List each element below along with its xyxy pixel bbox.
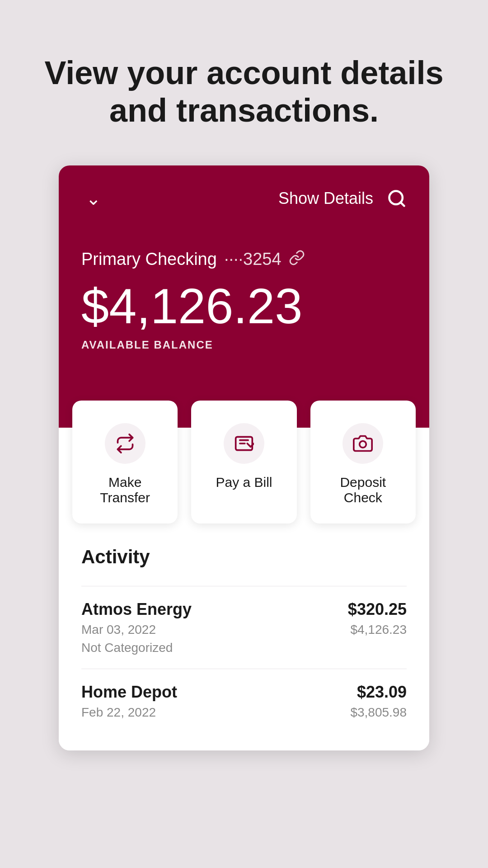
make-transfer-label: Make Transfer — [86, 475, 164, 505]
camera-icon — [353, 434, 373, 453]
deposit-check-icon-circle — [343, 423, 383, 464]
activity-section: Activity Atmos Energy Mar 03, 2022 Not C… — [59, 524, 429, 750]
account-number: ····3254 — [224, 250, 282, 269]
transaction-date: Feb 22, 2022 — [81, 705, 177, 720]
deposit-check-button[interactable]: Deposit Check — [310, 401, 416, 524]
transaction-amount: $320.25 — [348, 600, 407, 619]
header-right-controls: Show Details — [278, 189, 407, 208]
transaction-amount: $23.09 — [357, 683, 407, 702]
transaction-right: $23.09 $3,805.98 — [350, 683, 407, 720]
svg-line-1 — [401, 202, 404, 206]
transaction-date: Mar 03, 2022 — [81, 623, 192, 637]
link-icon — [289, 250, 305, 269]
chevron-down-icon: ⌄ — [86, 188, 101, 209]
action-buttons-row: Make Transfer Pay a Bill — [59, 401, 429, 524]
account-name-row: Primary Checking ····3254 — [81, 250, 407, 269]
account-header: ⌄ Show Details Primary Checking ····3254 — [59, 165, 429, 428]
header-controls: ⌄ Show Details — [81, 184, 407, 213]
transaction-left: Atmos Energy Mar 03, 2022 Not Categorize… — [81, 600, 192, 655]
transaction-item[interactable]: Atmos Energy Mar 03, 2022 Not Categorize… — [81, 586, 407, 669]
show-details-button[interactable]: Show Details — [278, 189, 373, 208]
pay-bill-label: Pay a Bill — [216, 475, 272, 490]
pay-bill-button[interactable]: Pay a Bill — [191, 401, 296, 524]
search-icon — [387, 189, 407, 208]
account-switcher-button[interactable]: ⌄ — [81, 184, 106, 213]
search-button[interactable] — [387, 189, 407, 208]
balance-amount: $4,126.23 — [81, 278, 407, 333]
transaction-merchant: Home Depot — [81, 683, 177, 702]
bill-icon — [234, 434, 254, 453]
deposit-check-label: Deposit Check — [324, 475, 402, 505]
transaction-left: Home Depot Feb 22, 2022 — [81, 683, 177, 723]
hero-title: View your account details and transactio… — [36, 54, 452, 129]
available-balance-label: AVAILABLE BALANCE — [81, 339, 407, 351]
main-card: ⌄ Show Details Primary Checking ····3254 — [59, 165, 429, 750]
make-transfer-button[interactable]: Make Transfer — [72, 401, 178, 524]
transaction-balance: $4,126.23 — [350, 623, 407, 637]
page-container: View your account details and transactio… — [0, 0, 488, 868]
account-name-text: Primary Checking — [81, 250, 217, 269]
transaction-category: Not Categorized — [81, 641, 192, 655]
hero-section: View your account details and transactio… — [0, 0, 488, 165]
svg-point-3 — [360, 441, 366, 448]
transfer-icon — [115, 434, 135, 453]
pay-bill-icon-circle — [224, 423, 264, 464]
transaction-item[interactable]: Home Depot Feb 22, 2022 $23.09 $3,805.98 — [81, 669, 407, 737]
transaction-merchant: Atmos Energy — [81, 600, 192, 619]
make-transfer-icon-circle — [105, 423, 145, 464]
activity-title: Activity — [81, 546, 407, 568]
transaction-balance: $3,805.98 — [350, 705, 407, 720]
link-symbol-icon — [289, 250, 305, 266]
transaction-right: $320.25 $4,126.23 — [348, 600, 407, 637]
